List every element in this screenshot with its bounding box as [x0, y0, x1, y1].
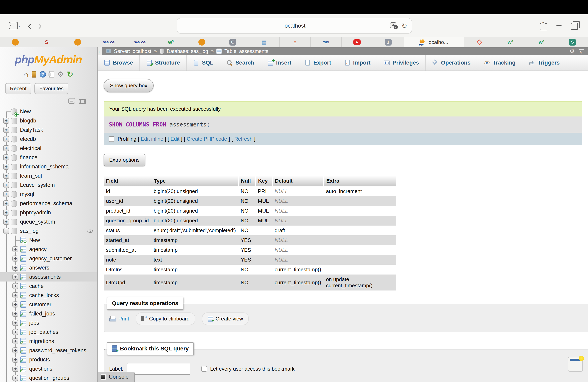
expand-plus-icon[interactable]: + [12, 274, 18, 280]
tab-search[interactable]: Search [220, 55, 261, 71]
expand-plus-icon[interactable]: + [3, 210, 9, 216]
expand-plus-icon[interactable]: + [12, 283, 18, 289]
browser-tab[interactable]: w³ [495, 37, 526, 47]
sidebar-item-answers[interactable]: +answers [0, 263, 97, 272]
expand-plus-icon[interactable]: + [12, 292, 18, 298]
tab-export[interactable]: Export [298, 55, 338, 71]
expand-plus-icon[interactable]: + [12, 375, 18, 381]
page-settings-gear-icon[interactable]: ⚙ [569, 48, 575, 55]
sidebar-item-question-groups[interactable]: +question_groups [0, 373, 97, 382]
browser-tab[interactable]: w³ [526, 37, 557, 47]
browser-tab[interactable]: SASLOG [93, 37, 124, 47]
expand-plus-icon[interactable]: + [12, 246, 18, 252]
breadcrumb-item[interactable]: Database: sas_log [167, 48, 208, 54]
browser-tab[interactable] [62, 37, 93, 47]
tab-insert[interactable]: Insert [261, 55, 298, 71]
sidebar-item-customer[interactable]: +customer [0, 300, 97, 309]
breadcrumb-item[interactable]: Table: assessments [224, 48, 268, 54]
sidebar-item-performance-schema[interactable]: +performance_schema [0, 199, 97, 208]
sidebar-item-electrical[interactable]: +electrical [0, 144, 97, 153]
refresh-link[interactable]: Refresh [234, 136, 252, 142]
expand-plus-icon[interactable]: + [12, 357, 18, 363]
browser-sidebar-toggle-icon[interactable] [9, 22, 18, 29]
sidebar-item-information-schema[interactable]: +information_schema [0, 162, 97, 171]
browser-tab[interactable]: S [557, 37, 588, 47]
settings-gear-icon[interactable]: ⚙ [57, 71, 63, 78]
back-button[interactable]: ‹ [28, 21, 31, 30]
new-window-icon[interactable] [568, 357, 583, 372]
browser-tab[interactable]: THN [311, 37, 342, 47]
address-bar[interactable]: localhost ↻ [177, 18, 412, 34]
browser-tab[interactable]: SASLOG [124, 37, 155, 47]
browser-tab[interactable] [464, 37, 495, 47]
sidebar-item-job-batches[interactable]: +job_batches [0, 327, 97, 337]
browser-tab[interactable]: ≡ [280, 37, 311, 47]
edit-link[interactable]: Edit [170, 136, 179, 142]
recent-button[interactable]: Recent [5, 83, 31, 94]
expand-plus-icon[interactable]: + [12, 256, 18, 262]
sidebar-item-password-reset-tokens[interactable]: +password_reset_tokens [0, 346, 97, 355]
sidebar-item-failed-jobs[interactable]: +failed_jobs [0, 309, 97, 318]
expand-plus-icon[interactable]: + [3, 136, 9, 142]
sidebar-item-learn-sql[interactable]: +learn_sql [0, 171, 97, 180]
extra-options-button[interactable]: Extra options [104, 154, 145, 166]
browser-tab[interactable]: S [31, 37, 62, 47]
docs-icon[interactable] [49, 71, 54, 77]
forward-button[interactable]: › [38, 21, 42, 30]
sidebar-item-cache-locks[interactable]: +cache_locks [0, 291, 97, 300]
sidebar-item-elecdb[interactable]: +elecdb [0, 134, 97, 144]
share-icon[interactable] [539, 21, 547, 30]
expand-plus-icon[interactable]: + [12, 338, 18, 344]
help-icon[interactable]: ? [40, 71, 46, 77]
expand-plus-icon[interactable]: + [3, 118, 9, 124]
tab-triggers[interactable]: Triggers [522, 55, 567, 71]
content-back-button[interactable]: ← [98, 47, 102, 55]
sidebar-item-phpmyadmin[interactable]: +phpmyadmin [0, 208, 97, 217]
profiling-checkbox[interactable] [109, 136, 114, 142]
sidebar-item-agency-customer[interactable]: +agency_customer [0, 254, 97, 263]
bookmark-access-checkbox[interactable] [201, 366, 207, 372]
collapse-all-icon[interactable] [68, 98, 75, 104]
browser-tab[interactable]: G [217, 37, 248, 47]
print-link[interactable]: Print [109, 316, 129, 322]
tab-structure[interactable]: Structure [140, 55, 187, 71]
browser-tab[interactable]: ▤ [248, 37, 279, 47]
phpmyadmin-logo[interactable]: phpMyAdmin [0, 53, 97, 66]
expand-plus-icon[interactable]: + [12, 320, 18, 326]
expand-plus-icon[interactable]: + [3, 164, 9, 170]
link-chain-icon[interactable] [79, 99, 86, 103]
expand-plus-icon[interactable]: + [3, 191, 9, 197]
sidebar-item-questions[interactable]: +questions [0, 364, 97, 373]
expand-plus-icon[interactable]: + [12, 366, 18, 372]
browser-tab[interactable] [186, 37, 217, 47]
expand-plus-icon[interactable]: + [3, 200, 9, 206]
home-icon[interactable]: ⌂ [23, 71, 28, 78]
sidebar-item-migrations[interactable]: +migrations [0, 337, 97, 346]
tab-sql[interactable]: SQL [187, 55, 220, 71]
copy-to-clipboard-button[interactable]: Copy to clipboard [136, 312, 195, 325]
sidebar-item-finance[interactable]: +finance [0, 153, 97, 162]
logout-icon[interactable] [32, 71, 36, 77]
tab-operations[interactable]: Operations [426, 55, 477, 71]
tab-tracking[interactable]: Tracking [477, 55, 522, 71]
browser-tab-active[interactable]: localho... [404, 37, 464, 47]
browser-tab[interactable]: w³ [155, 37, 186, 47]
show-query-box-button[interactable]: Show query box [104, 79, 154, 92]
expand-plus-icon[interactable]: + [12, 311, 18, 317]
browser-tab[interactable]: ▶ [342, 37, 373, 47]
expand-plus-icon[interactable]: + [12, 347, 18, 353]
sidebar-item-dailytask[interactable]: +DailyTask [0, 125, 97, 134]
browser-tab[interactable]: 1 [373, 37, 404, 47]
sidebar-item-assessments[interactable]: +assessments [0, 272, 97, 282]
bookmark-label-input[interactable] [127, 363, 190, 375]
tab-browse[interactable]: Browse [98, 55, 140, 71]
expand-plus-icon[interactable]: + [3, 182, 9, 188]
browser-tab[interactable] [0, 37, 31, 47]
tab-import[interactable]: Import [338, 55, 378, 71]
expand-plus-icon[interactable]: + [3, 154, 9, 160]
sidebar-item-new[interactable]: New [0, 107, 97, 116]
collapse-minus-icon[interactable]: − [3, 228, 9, 234]
sidebar-item-new[interactable]: New [0, 236, 97, 245]
translate-icon[interactable] [390, 22, 398, 29]
tab-overview-icon[interactable] [571, 21, 580, 30]
